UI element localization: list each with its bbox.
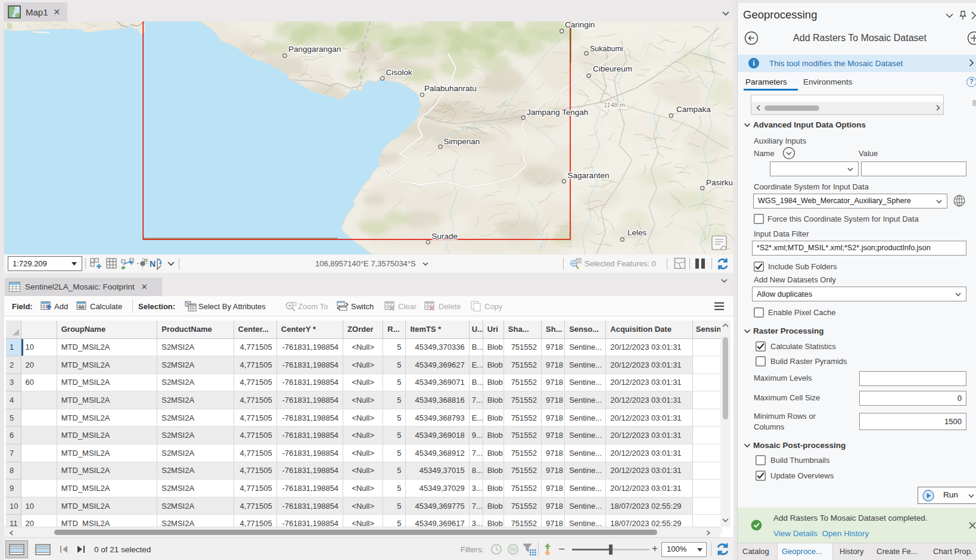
svg-text:Simpenan: Simpenan [444,137,480,146]
svg-text:Pasirku: Pasirku [706,178,733,187]
svg-text:Sagaranten: Sagaranten [568,171,610,180]
svg-text:Surade: Surade [432,232,458,241]
svg-text:Sukabumi: Sukabumi [590,45,623,53]
svg-text:Cibeureum: Cibeureum [593,64,632,73]
svg-text:Cisolok: Cisolok [386,68,413,77]
svg-text:Caringin: Caringin [565,21,595,29]
svg-text:1148 m: 1148 m [604,101,625,108]
svg-text:Palabuhanratu: Palabuhanratu [424,84,477,93]
svg-text:Campaka: Campaka [676,105,711,114]
svg-text:Panggarangan: Panggarangan [288,45,341,54]
svg-text:N: N [150,259,156,269]
svg-text:Jampang Tengah: Jampang Tengah [527,108,588,117]
svg-text:Leles: Leles [627,228,647,237]
